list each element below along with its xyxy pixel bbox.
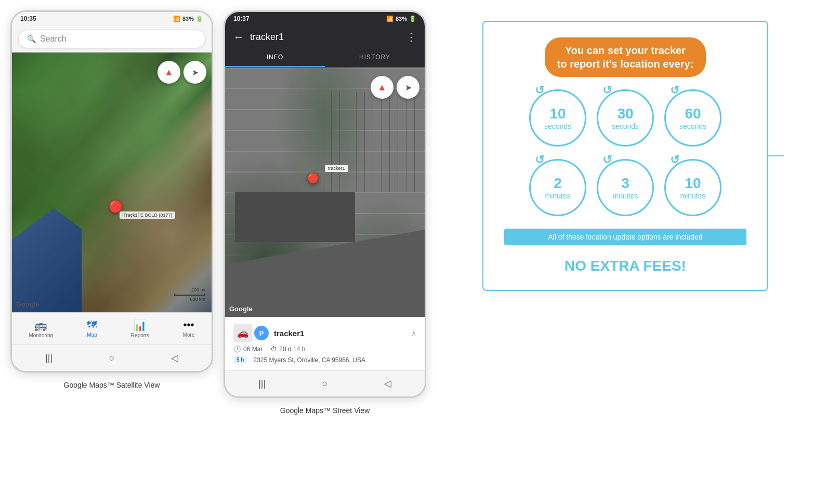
circle-num-60: 60: [685, 105, 701, 122]
search-input[interactable]: Search: [40, 34, 67, 44]
phone2-signal-icon: 📶: [386, 16, 393, 22]
intervals-row-2: 2 minutes 3 minutes 10 minutes: [529, 159, 721, 216]
interval-60s: 60 seconds: [664, 89, 721, 147]
duration-value: 20 d 14 h: [279, 346, 305, 353]
no-fees-text: NO EXTRA FEES!: [565, 258, 686, 274]
nav-reports[interactable]: 📊 Reports: [127, 317, 153, 340]
clock-icon: 🕐: [233, 346, 241, 353]
circle-unit-60: seconds: [679, 122, 706, 130]
map-label: Map: [87, 332, 97, 338]
satellite-map: [12, 52, 212, 312]
circle-num-3m: 3: [621, 175, 629, 192]
phone1-status-bar: 10:35 📶 83% 🔋: [12, 12, 212, 25]
tab-info[interactable]: INFO: [225, 48, 325, 67]
circle-num-30: 30: [617, 105, 633, 122]
meta-duration: ⏱ 20 d 14 h: [271, 346, 305, 353]
compass-button-2[interactable]: ▲: [371, 76, 393, 99]
info-panel: You can set your trackerto report it's l…: [437, 10, 830, 301]
phone2-wrapper: 10:37 📶 83% 🔋 ← tracker1 ⋮ INFO HISTORY: [224, 10, 426, 415]
search-bar[interactable]: 🔍 Search: [18, 30, 205, 48]
phone1-mockup: 10:35 📶 83% 🔋 🔍 Search ▲ ➤: [10, 10, 213, 373]
circle-unit-10m: minutes: [680, 192, 705, 200]
phone2-tabs: INFO HISTORY: [225, 48, 425, 68]
interval-10m: 10 minutes: [664, 159, 721, 216]
google-watermark-2: Google: [229, 305, 253, 313]
tracker-title: tracker1: [250, 32, 400, 43]
circle-num-10m: 10: [685, 175, 701, 192]
phone1-bottom-bar: ||| ○ ◁: [12, 344, 212, 371]
info-card: You can set your trackerto report it's l…: [482, 21, 768, 291]
included-banner: All of these location update options are…: [504, 229, 746, 245]
phone1-battery: 83%: [182, 16, 194, 22]
circle-unit-2m: minutes: [545, 192, 570, 200]
back-button[interactable]: ←: [233, 31, 244, 43]
monitoring-icon: 🚌: [34, 319, 47, 331]
more-label: More: [183, 332, 195, 338]
phone2-back-btn[interactable]: ◁: [374, 376, 402, 391]
circle-unit-10: seconds: [544, 122, 571, 130]
phone2-home-btn[interactable]: ○: [312, 376, 338, 391]
phone1-status-right: 📶 83% 🔋: [173, 16, 203, 22]
scale-bar: [174, 294, 205, 296]
reports-label: Reports: [131, 333, 149, 338]
search-icon: 🔍: [27, 35, 36, 43]
location-button-2[interactable]: ➤: [397, 76, 419, 99]
compass-button[interactable]: ▲: [158, 61, 180, 84]
tracker-address: 2325 Myers St, Oroville, CA 95966, USA: [251, 356, 365, 364]
phone2-caption: Google Maps™ Street View: [275, 406, 375, 415]
phone2-status-bar: 10:37 📶 83% 🔋: [225, 12, 425, 25]
tracker-popup-label: tracker1: [325, 165, 348, 172]
meta-date: 🕐 06 Mar: [233, 346, 262, 353]
phone1-search-area: 🔍 Search: [12, 25, 212, 52]
expand-arrow[interactable]: ∧: [411, 329, 416, 337]
tracker-card-header: 🚗 P tracker1 ∧: [233, 324, 416, 342]
back-btn[interactable]: ◁: [161, 350, 189, 366]
phone1-battery-icon: 🔋: [196, 16, 203, 22]
phone2-time: 10:37: [233, 15, 250, 22]
location-button[interactable]: ➤: [183, 61, 206, 84]
address-row: 5 h 2325 Myers St, Oroville, CA 95966, U…: [233, 356, 416, 364]
scale-200mi: 200 mi: [191, 287, 205, 293]
cars-overlay: [315, 92, 415, 192]
phone1-caption: Google Maps™ Satellite View: [59, 381, 165, 389]
time-badge: 5 h: [233, 356, 247, 364]
tracker-icon-area: 🚗 P: [233, 324, 269, 342]
nav-map[interactable]: 🗺 Map: [83, 317, 101, 340]
tracker-info-card: 🚗 P tracker1 ∧ 🕐 06 Mar ⏱ 20 d 14 h 5 h …: [225, 317, 425, 370]
circle-unit-30: seconds: [612, 122, 639, 130]
scale-600km: 600 km: [190, 297, 205, 302]
scale-indicator: 200 mi 600 km: [174, 287, 205, 302]
phone2-mockup: 10:37 📶 83% 🔋 ← tracker1 ⋮ INFO HISTORY: [224, 10, 426, 398]
home-btn[interactable]: ○: [99, 351, 125, 366]
circle-num-2m: 2: [554, 175, 562, 192]
satellite-map-container[interactable]: ▲ ➤ 🔴 iTrack1TE BOLD (0177) Google 200 m…: [12, 52, 212, 312]
nav-more[interactable]: ••• More: [179, 317, 199, 340]
tab-history[interactable]: HISTORY: [325, 48, 425, 67]
intervals-row-1: 10 seconds 30 seconds 60 seconds: [529, 89, 721, 147]
tracker-label: iTrack1TE BOLD (0177): [120, 211, 175, 219]
aerial-map-container[interactable]: 🔴 tracker1 ▲ ➤ Google: [225, 68, 425, 317]
map-icon: 🗺: [87, 319, 97, 331]
phone2-bottom-bar: ||| ○ ◁: [225, 370, 425, 396]
phone2-battery: 83%: [396, 16, 407, 22]
phone2-status-right: 📶 83% 🔋: [386, 16, 416, 22]
phone1-nav-bar: 🚌 Monitoring 🗺 Map 📊 Reports ••• More: [12, 312, 212, 344]
phone2-recent-apps-btn[interactable]: |||: [248, 376, 276, 391]
phone2-app-header: ← tracker1 ⋮: [225, 25, 425, 48]
compass-icon-2: ▲: [377, 82, 387, 93]
parking-icon: P: [254, 326, 269, 340]
nav-monitoring[interactable]: 🚌 Monitoring: [24, 317, 57, 340]
google-watermark: Google: [16, 300, 40, 308]
phone1-wrapper: 10:35 📶 83% 🔋 🔍 Search ▲ ➤: [10, 10, 213, 389]
info-card-wrapper: You can set your trackerto report it's l…: [482, 21, 784, 291]
recent-apps-btn[interactable]: |||: [35, 351, 63, 366]
tracker-card-name: tracker1: [274, 329, 304, 338]
phone1-time: 10:35: [20, 15, 36, 22]
info-title: You can set your trackerto report it's l…: [545, 37, 706, 77]
building-overlay: [235, 192, 355, 242]
location-icon: ➤: [192, 68, 199, 77]
interval-30s: 30 seconds: [597, 89, 654, 147]
compass-icon: ▲: [164, 67, 174, 78]
more-menu-button[interactable]: ⋮: [406, 31, 416, 43]
interval-10s: 10 seconds: [529, 89, 586, 147]
